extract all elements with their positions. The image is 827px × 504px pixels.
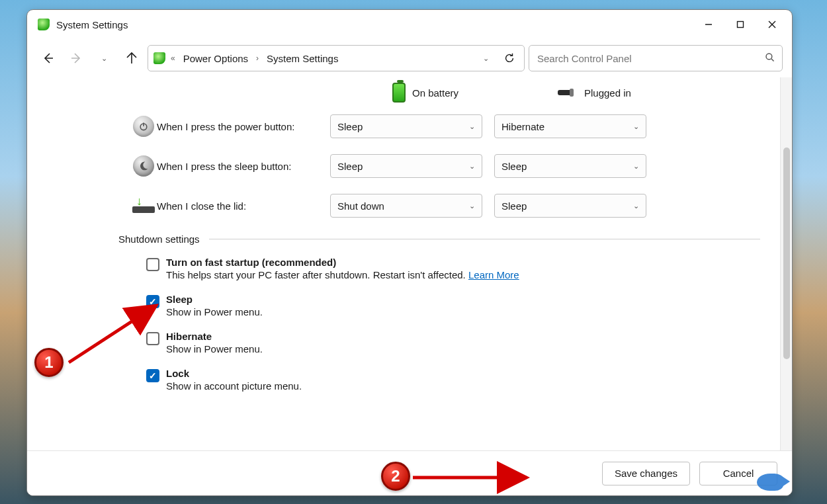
hibernate-checkbox[interactable] — [146, 332, 159, 345]
fast-startup-title: Turn on fast startup (recommended) — [166, 257, 519, 268]
sleep-desc: Show in Power menu. — [166, 306, 263, 317]
close-button[interactable] — [756, 12, 788, 37]
sleep-option-row: Sleep Show in Power menu. — [146, 294, 760, 328]
arrow-right-icon — [69, 52, 83, 65]
lid-battery-select[interactable]: Shut down ⌄ — [330, 194, 482, 218]
up-button[interactable] — [120, 46, 144, 70]
lid-icon: ↓ — [132, 198, 155, 213]
search-input[interactable] — [536, 52, 765, 65]
breadcrumb-item[interactable]: Power Options — [181, 52, 251, 65]
power-button-plugged-select[interactable]: Hibernate ⌄ — [494, 114, 646, 138]
refresh-button[interactable] — [500, 49, 519, 67]
svg-rect-1 — [738, 22, 744, 28]
power-button-label: When I press the power button: — [157, 121, 330, 132]
fast-startup-checkbox[interactable] — [146, 258, 159, 271]
learn-more-link[interactable]: Learn More — [468, 269, 519, 280]
fast-startup-desc: This helps start your PC faster after sh… — [166, 269, 468, 280]
select-value: Sleep — [501, 161, 527, 172]
select-value: Sleep — [501, 200, 527, 212]
scrollbar[interactable] — [780, 77, 792, 450]
breadcrumb-ellipsis: « — [171, 54, 175, 63]
chevron-down-icon: ⌄ — [469, 202, 475, 210]
sleep-checkbox[interactable] — [146, 295, 159, 308]
select-value: Sleep — [337, 121, 363, 132]
svg-line-8 — [771, 59, 774, 62]
hibernate-option-row: Hibernate Show in Power menu. — [146, 331, 760, 365]
hibernate-desc: Show in Power menu. — [166, 343, 263, 355]
chevron-down-icon: ⌄ — [483, 54, 489, 63]
address-app-icon — [153, 52, 165, 64]
lock-title: Lock — [166, 368, 302, 379]
power-button-icon — [133, 116, 154, 137]
lid-plugged-select[interactable]: Sleep ⌄ — [494, 194, 646, 218]
chevron-right-icon: › — [256, 54, 259, 63]
app-icon — [38, 19, 50, 30]
back-button[interactable] — [36, 46, 60, 70]
chevron-down-icon: ⌄ — [469, 162, 475, 171]
breadcrumb-item[interactable]: System Settings — [264, 52, 341, 65]
sleep-button-plugged-select[interactable]: Sleep ⌄ — [494, 154, 646, 178]
window-title: System Settings — [56, 19, 128, 30]
save-changes-button[interactable]: Save changes — [602, 462, 690, 485]
sleep-button-row: When I press the sleep button: Sleep ⌄ S… — [130, 154, 760, 178]
fast-startup-row: Turn on fast startup (recommended) This … — [146, 257, 760, 291]
power-button-row: When I press the power button: Sleep ⌄ H… — [130, 114, 760, 138]
section-title: Shutdown settings — [118, 233, 200, 245]
maximize-button[interactable] — [724, 12, 756, 37]
lock-option-row: Lock Show in account picture menu. — [146, 368, 760, 402]
recent-locations-button[interactable]: ⌄ — [92, 46, 116, 70]
address-bar[interactable]: « Power Options › System Settings ⌄ — [148, 45, 525, 71]
arrow-left-icon — [42, 52, 55, 65]
footer: Save changes Cancel — [27, 450, 792, 495]
chevron-down-icon: ⌄ — [469, 122, 475, 131]
titlebar: System Settings — [27, 10, 792, 39]
select-value: Shut down — [337, 200, 384, 212]
forward-button[interactable] — [64, 46, 88, 70]
on-battery-label: On battery — [412, 87, 458, 99]
refresh-icon — [503, 52, 515, 64]
svg-point-7 — [766, 54, 772, 60]
lock-desc: Show in account picture menu. — [166, 380, 302, 392]
search-box[interactable] — [529, 45, 783, 71]
address-dropdown-button[interactable]: ⌄ — [476, 49, 495, 67]
lock-checkbox[interactable] — [146, 369, 159, 382]
select-value: Sleep — [337, 161, 363, 172]
scrollbar-thumb[interactable] — [783, 147, 790, 359]
plugged-in-label: Plugged in — [584, 87, 631, 99]
lid-row: ↓ When I close the lid: Shut down ⌄ Slee… — [130, 194, 760, 218]
sleep-button-battery-select[interactable]: Sleep ⌄ — [330, 154, 482, 178]
cancel-button[interactable]: Cancel — [699, 462, 777, 485]
nav-row: ⌄ « Power Options › System Settings ⌄ — [27, 39, 792, 77]
plug-icon — [558, 87, 578, 98]
battery-icon — [392, 83, 406, 103]
content-area: On battery Plugged in When I press the p… — [27, 77, 792, 450]
hibernate-title: Hibernate — [166, 331, 263, 342]
sleep-button-label: When I press the sleep button: — [157, 161, 330, 172]
chevron-down-icon: ⌄ — [633, 122, 639, 131]
select-value: Hibernate — [501, 121, 544, 132]
lid-label: When I close the lid: — [157, 200, 330, 212]
minimize-button[interactable] — [693, 12, 724, 37]
divider — [209, 239, 760, 239]
chevron-down-icon: ⌄ — [633, 162, 639, 171]
search-icon[interactable] — [765, 52, 775, 65]
power-button-battery-select[interactable]: Sleep ⌄ — [330, 114, 482, 138]
sleep-title: Sleep — [166, 294, 263, 305]
sleep-button-icon — [133, 155, 154, 177]
chevron-down-icon: ⌄ — [101, 54, 107, 63]
arrow-up-icon — [125, 52, 138, 65]
shutdown-settings-header: Shutdown settings — [118, 233, 760, 245]
column-headers: On battery Plugged in — [392, 83, 760, 103]
system-settings-window: System Settings ⌄ « Power Options › — [26, 9, 793, 496]
chevron-down-icon: ⌄ — [633, 202, 639, 210]
